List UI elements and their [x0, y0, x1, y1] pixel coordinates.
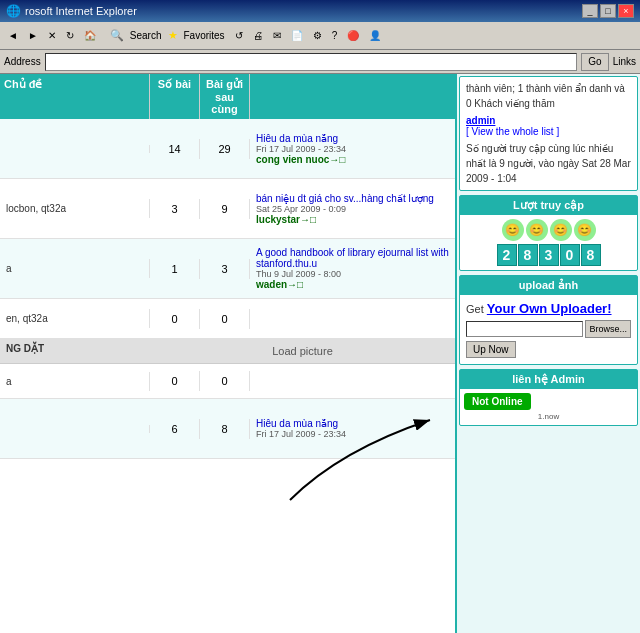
- digit: 8: [581, 244, 601, 266]
- ie-icon: 🌐: [6, 4, 21, 18]
- stats-text: thành viên; 1 thành viên ẩn danh và 0 Kh…: [466, 81, 631, 111]
- row6-num1: 6: [150, 419, 200, 439]
- help-button[interactable]: ?: [328, 25, 342, 47]
- maximize-button[interactable]: □: [600, 4, 616, 18]
- row1-num2: 29: [200, 139, 250, 159]
- title-bar: 🌐 rosoft Internet Explorer _ □ ×: [0, 0, 640, 22]
- row3-post-author: waden→□: [256, 279, 449, 290]
- counter-section: Lượt truy cập 😊 😊 😊 😊 2 8 3 0 8: [459, 195, 638, 271]
- favorites-label[interactable]: Favorites: [180, 25, 229, 47]
- row2-num1: 3: [150, 199, 200, 219]
- row3-post-title[interactable]: A good handbook of library ejournal list…: [256, 247, 449, 269]
- digit: 0: [560, 244, 580, 266]
- row3-post-date: Thu 9 Jul 2009 - 8:00: [256, 269, 449, 279]
- digit: 2: [497, 244, 517, 266]
- row2-author: locbon, qt32a: [0, 199, 150, 218]
- page-button[interactable]: 📄: [287, 25, 307, 47]
- upload-header: upload ảnh: [460, 276, 637, 295]
- ie-toolbar: ◄ ► ✕ ↻ 🏠 🔍 Search ★ Favorites ↺ 🖨 ✉ 📄 ⚙…: [0, 22, 640, 50]
- counter-faces: 😊 😊 😊 😊: [464, 219, 633, 241]
- digit: 8: [518, 244, 538, 266]
- stats-body: thành viên; 1 thành viên ẩn danh và 0 Kh…: [460, 77, 637, 190]
- mail-button[interactable]: ✉: [269, 25, 285, 47]
- counter-digits: 2 8 3 0 8: [464, 244, 633, 266]
- search-icon: 🔍: [110, 29, 124, 42]
- digit: 3: [539, 244, 559, 266]
- upload-file-input[interactable]: [466, 321, 583, 337]
- search-label[interactable]: Search: [126, 25, 166, 47]
- row2-post: bán niệu dt giá cho sv...hàng chất lượng…: [250, 189, 455, 229]
- tools-button[interactable]: ⚙: [309, 25, 326, 47]
- row3-num2: 3: [200, 259, 250, 279]
- view-whole-list-link[interactable]: [ View the whole list ]: [466, 126, 559, 137]
- close-button[interactable]: ×: [618, 4, 634, 18]
- now-text: 1.now: [464, 412, 633, 421]
- row2-num2: 9: [200, 199, 250, 219]
- table-row: a 0 0: [0, 364, 455, 399]
- row6-post-date: Fri 17 Jul 2009 - 23:34: [256, 429, 449, 439]
- row2-post-date: Sat 25 Apr 2009 - 0:09: [256, 204, 449, 214]
- upload-get-text: Get Your Own Uploader!: [466, 301, 631, 316]
- row6-num2: 8: [200, 419, 250, 439]
- lienhe-header: liên hệ Admin: [460, 370, 637, 389]
- table-row: en, qt32a 0 0: [0, 299, 455, 339]
- row6-post-title[interactable]: Hiêu da mùa nắng: [256, 418, 338, 429]
- address-input[interactable]: [45, 53, 578, 71]
- back-button[interactable]: ◄: [4, 25, 22, 47]
- row6-post: Hiêu da mùa nắng Fri 17 Jul 2009 - 23:34: [250, 414, 455, 443]
- upload-section: upload ảnh Get Your Own Uploader! Browse…: [459, 275, 638, 365]
- extra2-button[interactable]: 👤: [365, 25, 385, 47]
- admin-link[interactable]: admin: [466, 115, 495, 126]
- table-row: 14 29 Hiêu da mùa nắng Fri 17 Jul 2009 -…: [0, 119, 455, 179]
- row1-num1: 14: [150, 139, 200, 159]
- browse-button[interactable]: Browse...: [585, 320, 631, 338]
- address-bar: Address Go Links: [0, 50, 640, 74]
- table-row: 6 8 Hiêu da mùa nắng Fri 17 Jul 2009 - 2…: [0, 399, 455, 459]
- counter-body: 😊 😊 😊 😊 2 8 3 0 8: [460, 215, 637, 270]
- minimize-button[interactable]: _: [582, 4, 598, 18]
- row2-post-author: luckystar→□: [256, 214, 449, 225]
- right-panel: thành viên; 1 thành viên ẩn danh và 0 Kh…: [455, 74, 640, 633]
- extra1-button[interactable]: 🔴: [343, 25, 363, 47]
- row2-post-title[interactable]: bán niệu dt giá cho sv...hàng chất lượng: [256, 193, 434, 204]
- go-button[interactable]: Go: [581, 53, 608, 71]
- your-own-link[interactable]: Your Own Uploader!: [487, 301, 612, 316]
- row1-post-title[interactable]: Hiêu da mùa nắng: [256, 133, 338, 144]
- row3-post: A good handbook of library ejournal list…: [250, 243, 455, 294]
- row1-post-date: Fri 17 Jul 2009 - 23:34: [256, 144, 449, 154]
- address-label: Address: [4, 56, 41, 67]
- row3-num1: 1: [150, 259, 200, 279]
- ng-dat-row: NG DẶT Load picture: [0, 339, 455, 364]
- window-title: rosoft Internet Explorer: [25, 5, 137, 17]
- not-online-badge: Not Online: [464, 393, 531, 410]
- visitor-stats: Số người truy cập cùng lúc nhiều nhất là…: [466, 141, 631, 186]
- col2-header: Số bài: [150, 74, 200, 119]
- row1-post-author: cong vien nuoc→□: [256, 154, 449, 165]
- face-icon: 😊: [574, 219, 596, 241]
- table-row: locbon, qt32a 3 9 bán niệu dt giá cho sv…: [0, 179, 455, 239]
- lienhe-body: Not Online 1.now: [460, 389, 637, 425]
- row6-author: [0, 425, 150, 433]
- row4-num1: 0: [150, 309, 200, 329]
- forward-button[interactable]: ►: [24, 25, 42, 47]
- refresh2-button[interactable]: ↺: [231, 25, 247, 47]
- row5-post: [250, 377, 455, 385]
- row1-post: Hiêu da mùa nắng Fri 17 Jul 2009 - 23:34…: [250, 129, 455, 169]
- links-label[interactable]: Links: [613, 56, 636, 67]
- home-button[interactable]: 🏠: [80, 25, 100, 47]
- upload-body: Get Your Own Uploader! Browse... Up Now: [460, 295, 637, 364]
- counter-header: Lượt truy cập: [460, 196, 637, 215]
- refresh-button[interactable]: ↻: [62, 25, 78, 47]
- stop-button[interactable]: ✕: [44, 25, 60, 47]
- face-icon: 😊: [526, 219, 548, 241]
- col1-header: Chủ đề: [0, 74, 150, 119]
- row4-num2: 0: [200, 309, 250, 329]
- row3-author: a: [0, 259, 150, 278]
- row4-author: en, qt32a: [0, 309, 150, 328]
- print-button[interactable]: 🖨: [249, 25, 267, 47]
- upnow-button[interactable]: Up Now: [466, 341, 516, 358]
- face-icon: 😊: [502, 219, 524, 241]
- lienhe-section: liên hệ Admin Not Online 1.now: [459, 369, 638, 426]
- row5-num1: 0: [150, 371, 200, 391]
- upload-row: Browse...: [466, 320, 631, 338]
